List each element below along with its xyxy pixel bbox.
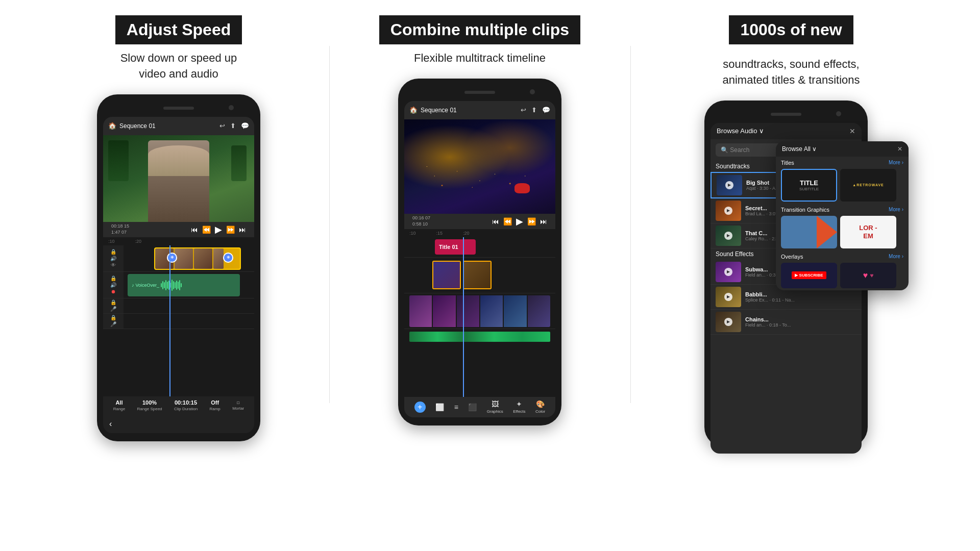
mic-icon-1: 🎤 bbox=[110, 306, 116, 312]
share-icon-1[interactable]: ⬆ bbox=[230, 122, 236, 130]
mt-clip-1[interactable] bbox=[432, 261, 461, 289]
timeline-controls-1: 00:18 15 1:47 07 ⏮ ⏪ ▶ ⏩ ⏭ bbox=[103, 222, 254, 237]
step-forward-icon-2[interactable]: ⏩ bbox=[527, 217, 536, 226]
skip-forward-icon-1[interactable]: ⏭ bbox=[239, 226, 246, 234]
mic-icon-2: 🎤 bbox=[110, 321, 116, 327]
track-thumb-bigshot: ▶ bbox=[717, 175, 742, 195]
play-babbli[interactable]: ▶ bbox=[724, 293, 732, 301]
lorem-text: LOR -EM bbox=[859, 224, 877, 240]
tool-graphics[interactable]: 🖼 Graphics bbox=[487, 400, 503, 414]
title-card-main-text: TITLE bbox=[800, 179, 818, 187]
track-name-chains: Chains... bbox=[745, 316, 856, 322]
divider-1 bbox=[329, 46, 330, 403]
undo-icon-2[interactable]: ↩ bbox=[521, 106, 526, 114]
add-icon-2[interactable]: + bbox=[414, 402, 426, 413]
timeline-ruler-2: :10 :15 :20 bbox=[404, 229, 555, 237]
search-placeholder: Search bbox=[730, 146, 749, 154]
play-secret[interactable]: ▶ bbox=[724, 207, 732, 215]
audio-track-content-1: ♪ VoiceOver_ bbox=[124, 272, 254, 298]
trim-icon: ⬜ bbox=[435, 403, 444, 411]
tool-color[interactable]: 🎨 Color bbox=[535, 400, 545, 414]
speed-item-ramp[interactable]: Off Ramp bbox=[209, 399, 220, 411]
play-btn-1[interactable]: ▶ bbox=[215, 224, 222, 235]
phone-adjust-speed: 🏠 Sequence 01 ↩ ⬆ 💬 bbox=[97, 94, 260, 441]
speed-item-duration[interactable]: 00:10:15 Clip Duration bbox=[174, 399, 198, 411]
share-icon-2[interactable]: ⬆ bbox=[531, 106, 537, 114]
fp-titles-items: TITLE SUBTITLE ▲RETROWAVE bbox=[781, 169, 903, 202]
track-thumb-secret: ▶ bbox=[716, 201, 741, 221]
speed-item-all[interactable]: All Range bbox=[113, 399, 126, 411]
play-btn-2[interactable]: ▶ bbox=[516, 216, 523, 227]
subscribe-button-overlay: ▶ SUBSCRIBE bbox=[792, 271, 826, 279]
heart-icon-2: ♥ bbox=[870, 272, 873, 279]
timeline-ruler-1: :10 :20 bbox=[103, 237, 254, 245]
fp-overlay-subscribe[interactable]: ▶ SUBSCRIBE bbox=[781, 263, 837, 288]
speed-item-range-speed[interactable]: 100% Range Speed bbox=[137, 399, 162, 411]
fp-title-card-2[interactable]: ▲RETROWAVE bbox=[840, 169, 896, 202]
undo-icon-1[interactable]: ↩ bbox=[219, 122, 225, 130]
speed-handle-right[interactable]: ❋ bbox=[223, 253, 233, 263]
bottom-toolbar-2: + ⬜ ≡ ⬛ 🖼 Graphics bbox=[404, 397, 555, 417]
speed-item-mortar[interactable]: □ Mortar bbox=[232, 400, 244, 411]
timeline-area-1: 🔒 🔊 👁 ❋ ❋ bbox=[103, 245, 254, 396]
play-thatc[interactable]: ▶ bbox=[724, 232, 732, 240]
sequence-title-2: Sequence 01 bbox=[421, 107, 457, 114]
comment-icon-2[interactable]: 💬 bbox=[542, 106, 550, 114]
fp-overlays-more[interactable]: More › bbox=[889, 254, 903, 259]
fp-trans-chevron[interactable] bbox=[781, 216, 837, 248]
phone-camera-2 bbox=[530, 89, 535, 94]
fp-trans-lorem[interactable]: LOR -EM bbox=[840, 216, 896, 248]
step-forward-icon-1[interactable]: ⏩ bbox=[226, 226, 235, 234]
step-back-icon-2[interactable]: ⏪ bbox=[503, 217, 512, 226]
title-clip[interactable]: Title 01 bbox=[435, 239, 476, 255]
waveform-track bbox=[404, 329, 555, 344]
fp-transitions-section: Transition Graphics More › LOR -EM bbox=[776, 204, 909, 251]
fp-transitions-header: Transition Graphics More › bbox=[781, 207, 903, 213]
fp-transitions-title: Transition Graphics bbox=[781, 207, 829, 213]
play-subway[interactable]: ▶ bbox=[724, 268, 732, 276]
sfx-title: Sound Effects bbox=[716, 251, 754, 258]
floating-browse-panel: Browse All ∨ ✕ Titles More › TITLE SUBTI… bbox=[776, 141, 909, 290]
tool-split[interactable]: ≡ bbox=[454, 403, 458, 411]
fp-titles-title: Titles bbox=[781, 160, 794, 166]
ruler-mark-20-2: :20 bbox=[463, 231, 470, 236]
back-arrow-1[interactable]: ‹ bbox=[109, 419, 112, 429]
track-thumb-thatc: ▶ bbox=[716, 226, 741, 246]
play-bigshot[interactable]: ▶ bbox=[725, 181, 733, 189]
fp-transitions-more[interactable]: More › bbox=[889, 207, 903, 212]
city-lights bbox=[404, 119, 555, 214]
track-info-babbli: Babbli... Splice Ex... · 0:11 - Na... bbox=[745, 291, 856, 303]
tool-trim[interactable]: ⬜ bbox=[435, 403, 444, 411]
close-icon-fp[interactable]: ✕ bbox=[897, 145, 902, 153]
main-container: Adjust Speed Slow down or speed upvideo … bbox=[0, 0, 980, 551]
mt-clip-2[interactable] bbox=[463, 261, 492, 289]
fp-overlay-hearts[interactable]: ♥ ♥ bbox=[840, 263, 896, 288]
fp-titles-more[interactable]: More › bbox=[889, 160, 903, 165]
playback-controls-1[interactable]: ⏮ ⏪ ▶ ⏩ ⏭ bbox=[191, 224, 246, 235]
record-icon-1[interactable]: ⏺ bbox=[111, 289, 116, 294]
fp-titles-section: Titles More › TITLE SUBTITLE ▲RETROWAVE bbox=[776, 157, 909, 204]
panel-title: Browse Audio ∨ bbox=[717, 127, 764, 135]
audio-clip-1[interactable]: ♪ VoiceOver_ bbox=[128, 274, 240, 296]
tool-add[interactable]: + bbox=[414, 402, 426, 413]
fp-title-card-1[interactable]: TITLE SUBTITLE bbox=[781, 169, 837, 202]
phone-combine-clips: 🏠 Sequence 01 ↩ ⬆ 💬 bbox=[398, 79, 561, 425]
track-entry-chains[interactable]: ▶ Chains... Field an... · 0:18 - To... bbox=[710, 310, 862, 335]
helicopter-shape bbox=[509, 178, 535, 198]
subtitle-adjust-speed: Slow down or speed upvideo and audio bbox=[120, 51, 237, 82]
skip-back-icon-1[interactable]: ⏮ bbox=[191, 226, 198, 234]
playback-controls-2[interactable]: ⏮ ⏪ ▶ ⏩ ⏭ bbox=[492, 216, 547, 227]
time-info-2: 00:16 07 0:58 10 bbox=[412, 215, 430, 227]
tool-move[interactable]: ⬛ bbox=[468, 403, 477, 411]
play-chains[interactable]: ▶ bbox=[724, 318, 732, 326]
comment-icon-1[interactable]: 💬 bbox=[241, 122, 249, 130]
ruler-mark-20-1: :20 bbox=[135, 239, 142, 244]
subtitle-new-content: soundtracks, sound effects,animated titl… bbox=[722, 57, 860, 88]
skip-back-icon-2[interactable]: ⏮ bbox=[492, 217, 499, 226]
step-back-icon-1[interactable]: ⏪ bbox=[202, 226, 211, 234]
close-icon-panel[interactable]: ✕ bbox=[849, 127, 855, 135]
skip-forward-icon-2[interactable]: ⏭ bbox=[540, 217, 547, 226]
speed-handle-left[interactable]: ❋ bbox=[167, 253, 177, 263]
tool-effects[interactable]: ✦ Effects bbox=[513, 400, 525, 414]
track-name-babbli: Babbli... bbox=[745, 291, 856, 297]
